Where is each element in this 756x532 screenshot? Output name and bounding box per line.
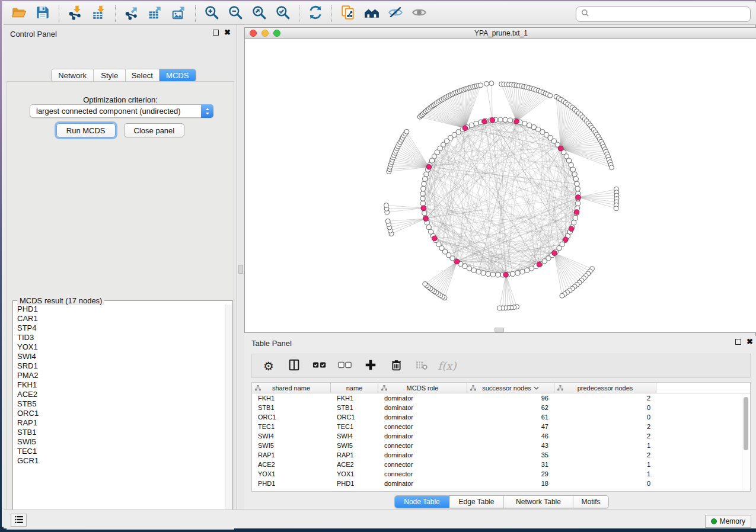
tab-motifs[interactable]: Motifs <box>573 496 608 508</box>
network-node[interactable] <box>609 165 614 170</box>
cell-shared_name[interactable]: TEC1 <box>252 422 331 431</box>
network-node[interactable] <box>481 271 486 275</box>
network-node[interactable] <box>429 229 433 234</box>
network-node[interactable] <box>404 129 409 134</box>
close-panel-icon[interactable]: ✖ <box>224 30 231 36</box>
cell-mcds_role[interactable]: dominator <box>378 431 467 441</box>
network-node[interactable] <box>420 191 425 196</box>
network-node[interactable] <box>482 119 487 124</box>
cell-successor_nodes[interactable]: 43 <box>467 441 554 450</box>
network-node[interactable] <box>570 167 575 172</box>
network-node[interactable] <box>424 172 429 177</box>
network-node[interactable] <box>420 196 425 201</box>
cell-successor_nodes[interactable]: 29 <box>467 469 554 479</box>
import-table-button[interactable] <box>87 4 111 23</box>
horizontal-splitter-grip[interactable] <box>495 328 504 332</box>
network-node[interactable] <box>484 81 489 86</box>
network-node[interactable] <box>384 203 389 208</box>
export-network-button[interactable] <box>120 4 143 23</box>
network-node[interactable] <box>490 117 495 123</box>
mcds-result-item[interactable]: STB5 <box>14 399 226 409</box>
mcds-result-item[interactable]: PMA2 <box>14 371 226 380</box>
network-node[interactable] <box>508 118 513 123</box>
cell-predecessor_nodes[interactable]: 2 <box>554 431 656 441</box>
cell-mcds_role[interactable]: connector <box>378 422 467 431</box>
export-table-button[interactable] <box>143 4 167 23</box>
network-node[interactable] <box>573 216 578 220</box>
cell-shared_name[interactable]: SWI4 <box>252 431 331 441</box>
cell-successor_nodes[interactable]: 47 <box>467 422 554 431</box>
minimize-window-button[interactable] <box>261 30 269 37</box>
cell-mcds_role[interactable]: dominator <box>378 412 467 422</box>
console-button[interactable] <box>11 514 27 527</box>
cell-successor_nodes[interactable]: 61 <box>467 412 554 422</box>
network-node[interactable] <box>426 225 431 230</box>
network-node[interactable] <box>531 125 536 130</box>
table-row[interactable]: PHD1PHD1dominator180 <box>252 479 750 488</box>
clone-network-button[interactable] <box>336 4 360 23</box>
open-button[interactable] <box>7 4 31 23</box>
splitter-grip[interactable] <box>238 265 243 274</box>
function-builder-button[interactable]: f(x) <box>439 358 455 374</box>
mcds-result-item[interactable]: PHD1 <box>14 305 226 314</box>
cell-name[interactable]: TEC1 <box>331 422 378 431</box>
mcds-result-scrollbar[interactable] <box>225 305 232 519</box>
cell-name[interactable]: STB1 <box>331 403 378 412</box>
network-node[interactable] <box>462 264 467 268</box>
network-node[interactable] <box>432 236 438 241</box>
zoom-in-button[interactable] <box>200 4 224 23</box>
network-node[interactable] <box>572 220 576 225</box>
column-header-successor-nodes[interactable]: successor nodes <box>467 383 554 393</box>
table-scrollbar[interactable] <box>742 394 749 491</box>
mcds-result-item[interactable]: SWI4 <box>14 352 226 361</box>
cell-successor_nodes[interactable]: 96 <box>467 393 554 403</box>
mcds-result-item[interactable]: GCR1 <box>14 456 226 466</box>
network-node[interactable] <box>529 266 534 271</box>
network-node[interactable] <box>476 270 481 274</box>
cell-mcds_role[interactable]: connector <box>378 441 467 450</box>
network-node[interactable] <box>548 93 553 98</box>
network-node[interactable] <box>479 83 483 88</box>
network-node[interactable] <box>423 281 428 286</box>
cell-mcds_role[interactable]: connector <box>378 469 467 479</box>
network-node[interactable] <box>575 181 579 186</box>
save-button[interactable] <box>31 4 55 23</box>
cell-mcds_role[interactable]: connector <box>378 460 467 469</box>
import-network-button[interactable] <box>63 4 87 23</box>
hide-selected-button[interactable] <box>384 4 407 23</box>
table-row[interactable]: YOX1YOX1connector291 <box>252 469 750 479</box>
cell-mcds_role[interactable]: dominator <box>378 393 467 403</box>
select-all-columns-button[interactable] <box>312 358 327 374</box>
float-table-panel-icon[interactable] <box>735 339 741 345</box>
zoom-window-button[interactable] <box>273 30 280 37</box>
column-header-shared-name[interactable]: shared name <box>252 383 331 393</box>
cell-shared_name[interactable]: SWI5 <box>252 441 331 450</box>
cell-successor_nodes[interactable]: 62 <box>467 403 554 412</box>
network-node[interactable] <box>537 262 542 267</box>
network-node[interactable] <box>496 273 500 277</box>
tab-network[interactable]: Network <box>52 69 94 81</box>
network-node[interactable] <box>423 216 429 222</box>
mcds-result-item[interactable]: TID3 <box>14 333 226 342</box>
close-window-button[interactable] <box>250 30 257 37</box>
table-row[interactable]: RAP1RAP1dominator352 <box>252 450 750 460</box>
cell-successor_nodes[interactable]: 35 <box>467 450 554 460</box>
cell-shared_name[interactable]: STB1 <box>252 403 331 412</box>
network-node[interactable] <box>454 259 460 264</box>
table-row[interactable]: SWI5SWI5connector431 <box>252 441 750 450</box>
network-node[interactable] <box>614 206 618 211</box>
cell-name[interactable]: RAP1 <box>331 450 378 460</box>
network-node[interactable] <box>462 126 468 131</box>
network-node[interactable] <box>474 121 479 126</box>
network-node[interactable] <box>573 177 578 181</box>
cell-shared_name[interactable]: YOX1 <box>252 469 331 479</box>
network-node[interactable] <box>420 201 425 206</box>
panel-columns-button[interactable] <box>286 358 302 374</box>
memory-button[interactable]: Memory <box>705 515 751 528</box>
network-node[interactable] <box>569 163 573 168</box>
cell-mcds_role[interactable]: dominator <box>378 479 467 488</box>
cell-name[interactable]: PHD1 <box>331 479 378 488</box>
cell-predecessor_nodes[interactable]: 1 <box>554 441 656 450</box>
network-node[interactable] <box>423 177 428 181</box>
cell-name[interactable]: ORC1 <box>331 412 378 422</box>
